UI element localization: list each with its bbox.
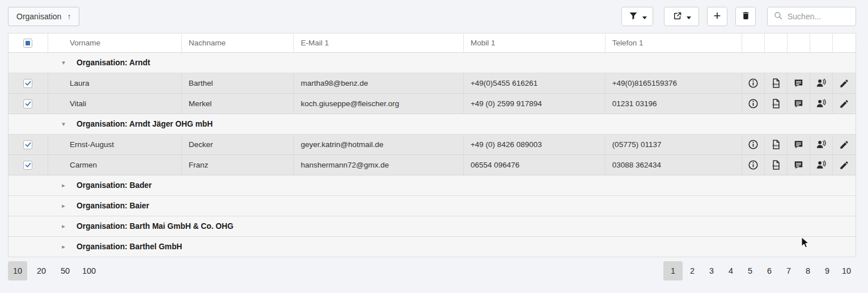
page-number-8[interactable]: 8 [798,261,818,281]
expand-group-icon[interactable]: ▸ [60,223,67,230]
page-size-100[interactable]: 100 [79,261,99,281]
group-row-arndt[interactable]: ▾ Organisation: Arndt [9,53,856,73]
indeterminate-mark-icon [26,41,30,45]
group-row-baier[interactable]: ▸ Organisation: Baier [9,196,856,216]
comment-button[interactable] [791,137,806,152]
column-header-action1 [742,34,765,52]
column-header-action4 [810,34,833,52]
page-number-4[interactable]: 4 [721,261,740,281]
comment-button[interactable] [791,158,806,173]
person-speaking-button[interactable] [814,158,829,173]
add-button[interactable]: + [707,7,727,26]
column-header-nachname[interactable]: Nachname [182,34,294,52]
docx-export-button[interactable]: docx [769,76,784,91]
cell-telefon: +49(0)8165159376 [606,73,743,93]
group-label: Organisation: Barth Mai GmbH & Co. OHG [77,222,234,231]
row-select-cell [9,135,48,154]
page-number-3[interactable]: 3 [702,261,721,281]
page-number-5[interactable]: 5 [740,261,760,281]
row-checkbox[interactable] [23,161,32,170]
cell-mobil: +49(0)5455 616261 [464,73,606,93]
edit-button[interactable] [837,158,852,173]
grid-header-row: Vorname Nachname E-Mail 1 Mobil 1 Telefo… [9,34,856,53]
search-box [767,7,856,26]
export-button[interactable] [664,7,699,26]
cell-email: martha98@benz.de [294,73,464,93]
cell-nachname: Merkel [182,94,294,114]
page-number-2[interactable]: 2 [683,261,702,281]
export-icon [672,11,683,23]
cell-email: koch.giuseppe@fleischer.org [294,94,464,114]
checkmark-icon [24,79,32,87]
docx-export-button[interactable]: docx [769,158,784,173]
page-number-1[interactable]: 1 [663,261,683,281]
info-button[interactable] [746,97,761,111]
cell-telefon: (05775) 01137 [606,135,743,154]
pagination-bar: 10 20 50 100 1 2 3 4 5 6 7 8 9 10 [8,261,856,281]
table-row[interactable]: Carmen Franz hanshermann72@gmx.de 06554 … [9,155,856,175]
edit-button[interactable] [837,137,852,152]
expand-group-icon[interactable]: ▸ [60,182,67,189]
checkmark-icon [24,100,32,107]
cell-telefon: 03088 362434 [606,155,743,175]
cell-mobil: +49 (0) 8426 089003 [464,135,606,154]
comment-button[interactable] [791,97,806,111]
delete-button[interactable] [735,7,756,26]
search-input[interactable] [787,12,850,21]
svg-text:docx: docx [773,82,780,86]
expand-group-icon[interactable]: ▸ [60,243,67,250]
column-header-mobil[interactable]: Mobil 1 [464,34,606,52]
search-icon [773,11,783,23]
page-number-10[interactable]: 10 [837,261,856,281]
comment-button[interactable] [791,76,806,91]
page-number-7[interactable]: 7 [779,261,798,281]
cell-mobil: 06554 096476 [464,155,606,175]
column-header-email[interactable]: E-Mail 1 [294,34,464,52]
expand-group-icon[interactable]: ▸ [60,202,67,210]
person-speaking-button[interactable] [814,76,829,91]
row-select-cell [9,94,48,114]
column-header-vorname[interactable]: Vorname [48,34,182,52]
trash-icon [741,11,751,22]
page-size-50[interactable]: 50 [56,261,75,281]
row-checkbox[interactable] [23,99,32,108]
sort-chip-organisation[interactable]: Organisation ↑ [8,7,79,26]
docx-export-button[interactable]: docx [769,137,784,152]
select-all-cell [9,34,48,52]
column-header-telefon[interactable]: Telefon 1 [606,34,743,52]
group-row-barthel-gmbh[interactable]: ▸ Organisation: Barthel GmbH [9,237,856,257]
row-checkbox[interactable] [23,140,32,149]
collapse-group-icon[interactable]: ▾ [60,59,67,66]
page-size-selector: 10 20 50 100 [8,261,103,281]
group-row-barth-mai[interactable]: ▸ Organisation: Barth Mai GmbH & Co. OHG [9,216,856,237]
page-number-6[interactable]: 6 [760,261,779,281]
cell-vorname: Vitali [48,94,182,114]
group-row-arndt-jaeger[interactable]: ▾ Organisation: Arndt Jäger OHG mbH [9,114,856,135]
table-row[interactable]: Laura Barthel martha98@benz.de +49(0)545… [9,73,856,94]
edit-button[interactable] [837,76,852,91]
info-button[interactable] [746,158,761,173]
cell-nachname: Barthel [182,73,294,93]
person-speaking-button[interactable] [814,97,829,111]
select-all-checkbox[interactable] [23,39,32,48]
page-number-selector: 1 2 3 4 5 6 7 8 9 10 [663,261,856,281]
filter-button[interactable] [621,7,653,26]
group-row-bader[interactable]: ▸ Organisation: Bader [9,175,856,196]
page-size-20[interactable]: 20 [32,261,51,281]
row-select-cell [9,155,48,175]
info-button[interactable] [746,76,761,91]
page-number-9[interactable]: 9 [818,261,837,281]
checkmark-icon [24,141,32,148]
edit-button[interactable] [837,97,852,111]
collapse-group-icon[interactable]: ▾ [60,120,67,128]
row-checkbox[interactable] [23,79,32,88]
table-row[interactable]: Ernst-August Decker geyer.katrin@hotmail… [9,135,856,155]
cell-telefon: 01231 03196 [606,94,743,114]
docx-export-button[interactable]: docx [769,97,784,111]
table-row[interactable]: Vitali Merkel koch.giuseppe@fleischer.or… [9,94,856,114]
cell-nachname: Franz [182,155,294,175]
person-speaking-button[interactable] [814,137,829,152]
info-button[interactable] [746,137,761,152]
page-size-10[interactable]: 10 [8,261,27,281]
plus-icon: + [714,9,721,23]
